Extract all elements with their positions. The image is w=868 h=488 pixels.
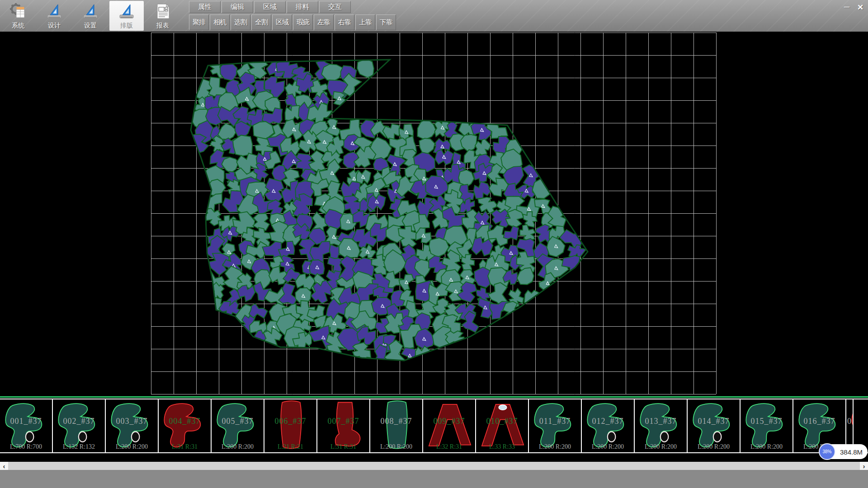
tool-button-9[interactable]: 下靠	[376, 14, 396, 30]
piece-lr-label: L:200 R:200	[212, 443, 264, 450]
piece-lr-label: L:31 R:31	[317, 443, 369, 450]
tool-button-6[interactable]: 左靠	[314, 14, 334, 30]
piece-lr-label: L:200 R:200	[635, 443, 687, 450]
piece-id-label: 005_#37	[212, 417, 264, 426]
tool-button-7[interactable]: 右靠	[335, 14, 354, 30]
tool-button-1[interactable]: 相机	[210, 14, 230, 30]
piece-lr-label: L:32 R:31	[423, 443, 475, 450]
bottom-status-panel	[0, 470, 868, 488]
main-button-label: 设置	[84, 22, 97, 30]
piece-lr-label: L:200 R:200	[529, 443, 581, 450]
piece-id-label: 004_#37	[159, 417, 211, 426]
thumbnail-cell-009_#37[interactable]: 009_#37L:32 R:31	[423, 399, 476, 452]
main-button-layout[interactable]: 排版	[109, 1, 144, 31]
thumbnail-cell-015_#37[interactable]: 015_#37L:200 R:200	[741, 399, 793, 452]
piece-id-label: 008_#37	[370, 417, 422, 426]
thumbnail-cell-011_#37[interactable]: 011_#37L:200 R:200	[529, 399, 582, 452]
thumbnail-cell-004_#37[interactable]: 004_#37L:31 R:31	[159, 399, 212, 452]
piece-lr-label: L:200 R:200	[370, 443, 422, 450]
top-toolbar: 系统设计设置排版报表 属性编辑区域排料交互 聚排相机选割全割区域瑕疵左靠右靠上靠…	[0, 0, 868, 32]
piece-lr-label: L:33 R:33	[476, 443, 528, 450]
thumbnail-row: 001_#37L:700 R:700002_#37L:132 R:132003_…	[0, 399, 868, 453]
piece-id-label: 002_#37	[53, 417, 105, 426]
minimize-button[interactable]: ─	[840, 1, 854, 14]
tool-button-2[interactable]: 选割	[231, 14, 250, 30]
bottom-gap	[0, 453, 868, 462]
main-button-label: 系统	[12, 22, 24, 30]
system-icon	[9, 2, 27, 20]
tool-button-3[interactable]: 全割	[251, 14, 271, 30]
piece-id-label: 011_#37	[529, 417, 581, 426]
piece-id-label: 012_#37	[582, 417, 634, 426]
design-icon	[45, 2, 63, 20]
main-button-group: 系统设计设置排版报表	[1, 1, 182, 31]
thumbnail-cell-001_#37[interactable]: 001_#37L:700 R:700	[0, 399, 53, 452]
menu-button-1[interactable]: 编辑	[222, 1, 253, 13]
thumbnail-cell-010_#37[interactable]: 010_#37L:33 R:33	[476, 399, 529, 452]
nesting-app-window: 系统设计设置排版报表 属性编辑区域排料交互 聚排相机选割全割区域瑕疵左靠右靠上靠…	[0, 0, 868, 488]
menu-button-4[interactable]: 交互	[319, 1, 351, 13]
memory-value: 384.8M	[840, 448, 863, 456]
piece-id-label: 014_#37	[688, 417, 740, 426]
tool-button-5[interactable]: 瑕疵	[293, 14, 313, 30]
piece-lr-label: L:200 R:200	[688, 443, 740, 450]
scroll-left-arrow[interactable]: ‹	[0, 462, 8, 470]
piece-id-label: 006_#37	[264, 417, 316, 426]
thumbnail-cell-012_#37[interactable]: 012_#37L:200 R:200	[582, 399, 635, 452]
strip-accent-line	[0, 396, 868, 398]
scroll-right-arrow[interactable]: ›	[860, 462, 868, 470]
thumbnail-cell-006_#37[interactable]: 006_#37L:21 R:21	[264, 399, 317, 452]
piece-id-label: 007_#37	[317, 417, 369, 426]
report-icon	[154, 2, 172, 20]
thumbnail-cell-008_#37[interactable]: 008_#37L:200 R:200	[370, 399, 423, 452]
thumbnail-cell-005_#37[interactable]: 005_#37L:200 R:200	[212, 399, 264, 452]
progress-percent: 38%	[822, 449, 831, 454]
main-button-settings[interactable]: 设置	[73, 1, 108, 31]
nesting-canvas[interactable]	[0, 32, 868, 396]
close-button[interactable]: ✕	[854, 1, 867, 14]
piece-lr-label: L:132 R:132	[53, 443, 105, 450]
menu-button-3[interactable]: 排料	[287, 1, 318, 13]
piece-id-label: 016_#37	[793, 417, 845, 426]
settings-icon	[81, 2, 99, 20]
main-button-system[interactable]: 系统	[1, 1, 35, 31]
piece-lr-label: L:200 R:200	[741, 443, 793, 450]
piece-id-label: 001_#37	[0, 417, 52, 426]
main-button-label: 排版	[120, 22, 133, 30]
piece-lr-label: L:21 R:21	[264, 443, 316, 450]
tool-button-4[interactable]: 区域	[272, 14, 292, 30]
tool-button-row: 聚排相机选割全割区域瑕疵左靠右靠上靠下靠	[189, 14, 397, 30]
piece-lr-label: L:700 R:700	[0, 443, 52, 450]
status-badge: 384.8M 38%	[820, 443, 868, 460]
piece-id-label: 009_#37	[423, 417, 475, 426]
piece-lr-label: L:200 R:200	[582, 443, 634, 450]
progress-circle: 38%	[819, 443, 835, 460]
tool-button-8[interactable]: 上靠	[355, 14, 375, 30]
menu-button-row: 属性编辑区域排料交互	[189, 1, 352, 13]
window-controls: ─ ✕	[840, 1, 867, 14]
tool-button-0[interactable]: 聚排	[189, 14, 209, 30]
thumbnail-cell-014_#37[interactable]: 014_#37L:200 R:200	[688, 399, 741, 452]
thumbnail-cell-013_#37[interactable]: 013_#37L:200 R:200	[635, 399, 688, 452]
piece-id-label: 0	[846, 417, 853, 426]
piece-id-label: 010_#37	[476, 417, 528, 426]
piece-id-label: 013_#37	[635, 417, 687, 426]
piece-id-label: 003_#37	[106, 417, 158, 426]
piece-lr-label: L:200 R:200	[106, 443, 158, 450]
piece-lr-label: L:31 R:31	[159, 443, 211, 450]
thumbnail-cell-002_#37[interactable]: 002_#37L:132 R:132	[53, 399, 106, 452]
main-button-report[interactable]: 报表	[146, 1, 180, 31]
menu-button-0[interactable]: 属性	[189, 1, 221, 13]
main-button-label: 报表	[156, 22, 169, 30]
layout-icon	[118, 2, 136, 20]
menu-button-2[interactable]: 区域	[254, 1, 286, 13]
thumbnail-cell-007_#37[interactable]: 007_#37L:31 R:31	[317, 399, 370, 452]
main-button-label: 设计	[48, 22, 61, 30]
main-button-design[interactable]: 设计	[37, 1, 71, 31]
thumbnail-cell-003_#37[interactable]: 003_#37L:200 R:200	[106, 399, 159, 452]
piece-thumbnail-strip: 001_#37L:700 R:700002_#37L:132 R:132003_…	[0, 396, 868, 453]
scrollbar-track[interactable]	[8, 462, 860, 470]
horizontal-scrollbar[interactable]: ‹ ›	[0, 462, 868, 470]
piece-id-label: 015_#37	[741, 417, 793, 426]
